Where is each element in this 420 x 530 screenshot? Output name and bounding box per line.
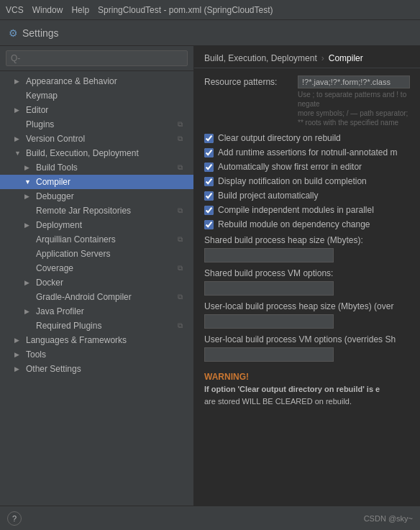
shared-heap-row xyxy=(204,248,410,262)
clear-output-checkbox[interactable] xyxy=(204,134,214,143)
sidebar-item-label: Version Control xyxy=(26,134,178,144)
arrow-icon: ▶ xyxy=(24,164,35,171)
checkbox-build-notification: Display notification on build completion xyxy=(204,176,410,186)
sidebar-item-app-servers[interactable]: Application Servers xyxy=(0,247,193,261)
sidebar-item-arquillian[interactable]: Arquillian Containers ⧉ xyxy=(0,232,193,247)
sidebar-item-label: Coverage xyxy=(36,263,178,273)
shared-heap-input[interactable] xyxy=(204,248,334,262)
rebuild-dependency-checkbox[interactable] xyxy=(204,220,214,229)
resource-patterns-value: Use ; to separate patterns and ! to nega… xyxy=(298,76,410,127)
sidebar-item-gradle-android[interactable]: Gradle-Android Compiler ⧉ xyxy=(0,290,193,304)
sidebar-item-coverage[interactable]: Coverage ⧉ xyxy=(0,261,193,275)
sidebar-item-label: Keymap xyxy=(26,91,188,101)
sidebar-item-label: Editor xyxy=(26,105,188,115)
user-heap-input[interactable] xyxy=(204,314,334,329)
sidebar-item-editor[interactable]: ▶ Editor xyxy=(0,103,193,117)
warning-title: WARNING! xyxy=(204,370,410,383)
settings-body: ▶ Appearance & Behavior Keymap ▶ Editor … xyxy=(0,46,420,506)
sidebar-item-label: Deployment xyxy=(36,220,188,230)
sidebar-item-appearance[interactable]: ▶ Appearance & Behavior xyxy=(0,74,193,88)
user-heap-row xyxy=(204,314,410,329)
compile-parallel-label: Compile independent modules in parallel xyxy=(218,205,374,215)
show-first-error-label: Automatically show first error in editor xyxy=(218,162,362,172)
clear-output-label: Clear output directory on rebuild xyxy=(218,133,341,143)
compile-parallel-checkbox[interactable] xyxy=(204,206,214,215)
sidebar-item-label: Application Servers xyxy=(36,249,188,259)
menu-help[interactable]: Help xyxy=(71,5,89,15)
build-automatically-label: Build project automatically xyxy=(218,191,318,201)
sidebar-item-other-settings[interactable]: ▶ Other Settings xyxy=(0,362,193,376)
checkbox-runtime-assertions: Add runtime assertions for notnull-annot… xyxy=(204,147,410,157)
sidebar-item-label: Plugins xyxy=(26,119,178,129)
rebuild-dependency-label: Rebuild module on dependency change xyxy=(218,219,370,229)
arrow-icon: ▶ xyxy=(24,193,35,200)
sidebar-item-keymap[interactable]: Keymap xyxy=(0,88,193,103)
menu-vcs[interactable]: VCS xyxy=(6,5,24,15)
copy-icon: ⧉ xyxy=(178,321,188,330)
breadcrumb-separator-icon: › xyxy=(321,53,324,63)
sidebar-item-label: Appearance & Behavior xyxy=(26,76,188,86)
arrow-open-icon: ▼ xyxy=(24,178,35,186)
breadcrumb-parent: Build, Execution, Deployment xyxy=(204,53,317,63)
right-panel: Build, Execution, Deployment › Compiler … xyxy=(194,46,420,506)
shared-vm-input[interactable] xyxy=(204,281,334,296)
sidebar-item-languages[interactable]: ▶ Languages & Frameworks xyxy=(0,333,193,347)
checkbox-compile-parallel: Compile independent modules in parallel xyxy=(204,205,410,215)
search-input[interactable] xyxy=(6,50,188,66)
sidebar-item-label: Java Profiler xyxy=(36,306,188,316)
arrow-icon: ▶ xyxy=(14,365,24,373)
resource-patterns-input[interactable] xyxy=(298,76,410,88)
csdn-watermark: CSDN @sky~ xyxy=(364,514,413,523)
sidebar-item-label: Tools xyxy=(26,349,188,360)
shared-vm-row xyxy=(204,281,410,296)
sidebar-item-docker[interactable]: ▶ Docker xyxy=(0,275,193,290)
checkbox-build-automatically: Build project automatically xyxy=(204,191,410,201)
sidebar-item-remote-jar[interactable]: Remote Jar Repositories ⧉ xyxy=(0,204,193,218)
sidebar-item-build-tools[interactable]: ▶ Build Tools ⧉ xyxy=(0,160,193,175)
copy-icon: ⧉ xyxy=(178,163,188,172)
build-notification-checkbox[interactable] xyxy=(204,177,214,186)
sidebar-item-debugger[interactable]: ▶ Debugger xyxy=(0,189,193,204)
menu-window[interactable]: Window xyxy=(32,5,63,15)
checkbox-rebuild-dependency: Rebuild module on dependency change xyxy=(204,219,410,229)
sidebar-item-build-exec[interactable]: ▼ Build, Execution, Deployment xyxy=(0,146,193,160)
user-vm-input[interactable] xyxy=(204,347,334,362)
sidebar-item-label: Docker xyxy=(36,278,188,288)
tree-container: ▶ Appearance & Behavior Keymap ▶ Editor … xyxy=(0,71,193,506)
arrow-icon: ▶ xyxy=(14,135,24,142)
copy-icon: ⧉ xyxy=(178,293,188,301)
arrow-icon: ▶ xyxy=(14,106,24,114)
arrow-icon: ▶ xyxy=(24,221,35,229)
build-automatically-checkbox[interactable] xyxy=(204,191,214,201)
breadcrumb: Build, Execution, Deployment › Compiler xyxy=(194,46,420,68)
settings-window: ⚙ Settings ▶ Appearance & Behavior Keyma… xyxy=(0,20,420,530)
help-button[interactable]: ? xyxy=(7,511,22,526)
sidebar-item-label: Build Tools xyxy=(36,163,178,173)
sidebar-item-label: Debugger xyxy=(36,191,188,201)
sidebar-item-required-plugins[interactable]: Required Plugins ⧉ xyxy=(0,319,193,333)
sidebar-item-label: Build, Execution, Deployment xyxy=(26,148,188,158)
warning-detail-text: are stored WILL BE CLEARED on rebuild. xyxy=(204,397,352,406)
sidebar-item-label: Languages & Frameworks xyxy=(26,335,188,345)
user-vm-label: User-local build process VM options (ove… xyxy=(204,334,410,344)
sidebar-item-deployment[interactable]: ▶ Deployment xyxy=(0,218,193,232)
arrow-icon: ▶ xyxy=(14,337,24,344)
build-notification-label: Display notification on build completion xyxy=(218,176,367,186)
shared-heap-label: Shared build process heap size (Mbytes): xyxy=(204,235,410,245)
checkbox-clear-output: Clear output directory on rebuild xyxy=(204,133,410,143)
resource-patterns-row: Resource patterns: Use ; to separate pat… xyxy=(204,76,410,127)
runtime-assertions-checkbox[interactable] xyxy=(204,148,214,157)
arrow-icon: ▶ xyxy=(14,78,24,85)
copy-icon: ⧉ xyxy=(178,134,188,143)
settings-header: ⚙ Settings xyxy=(0,20,420,46)
user-heap-label: User-local build process heap size (Mbyt… xyxy=(204,301,410,311)
sidebar-item-java-profiler[interactable]: ▶ Java Profiler xyxy=(0,304,193,319)
copy-icon: ⧉ xyxy=(178,206,188,215)
sidebar-item-tools[interactable]: ▶ Tools xyxy=(0,347,193,362)
sidebar-item-label: Compiler xyxy=(36,177,188,187)
sidebar-item-compiler[interactable]: ▼ Compiler xyxy=(0,175,193,189)
sidebar-item-plugins[interactable]: Plugins ⧉ xyxy=(0,117,193,132)
sidebar-item-version-control[interactable]: ▶ Version Control ⧉ xyxy=(0,132,193,146)
show-first-error-checkbox[interactable] xyxy=(204,163,214,172)
warning-box: WARNING! If option 'Clear output directo… xyxy=(204,370,410,407)
